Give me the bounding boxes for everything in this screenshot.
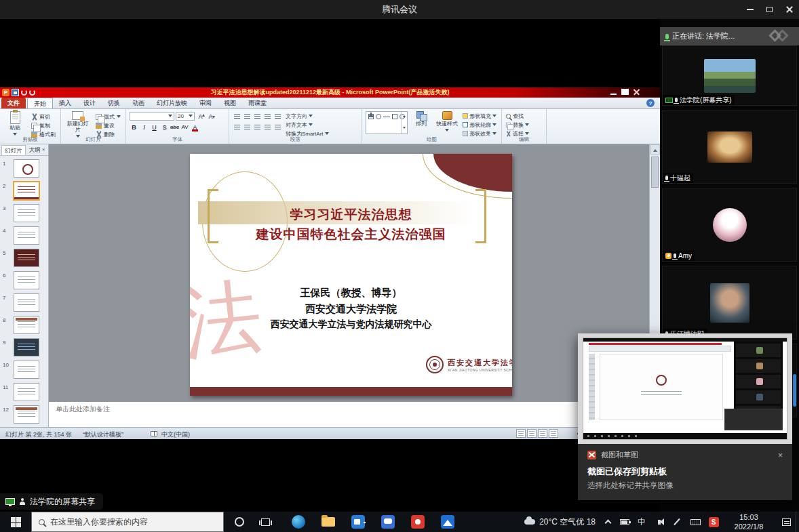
shapes-scroll-strip[interactable]	[401, 112, 407, 134]
sogou-input-button[interactable]: S	[707, 512, 720, 532]
ribbon-tab[interactable]: 设计	[77, 98, 102, 108]
slide-thumbnail[interactable]: 2	[0, 180, 48, 203]
show-desktop-button[interactable]	[796, 512, 799, 532]
ribbon-tab[interactable]: 审阅	[193, 98, 218, 108]
help-button[interactable]: ?	[646, 99, 655, 107]
columns-button[interactable]	[273, 123, 282, 131]
font-size-select[interactable]: 20	[176, 112, 195, 121]
slide-thumbnail[interactable]: 7	[0, 292, 48, 314]
cortana-button[interactable]	[228, 512, 251, 532]
taskbar-app-photos[interactable]	[433, 512, 463, 532]
reading-view-button[interactable]	[538, 429, 547, 438]
align-text-button[interactable]: 对齐文本	[286, 121, 329, 129]
clock[interactable]: 15:03 2022/1/8	[723, 512, 775, 532]
slide-thumbnail[interactable]: 10	[0, 359, 48, 382]
participant-tile-4[interactable]: 伍江博法81	[662, 266, 797, 340]
close-panel-button[interactable]: ×	[40, 146, 47, 153]
maximize-button[interactable]	[760, 0, 779, 19]
strikethrough-button[interactable]: abc	[170, 123, 179, 131]
taskbar-app-media[interactable]	[403, 512, 433, 532]
ribbon-tab[interactable]: 文件	[1, 98, 26, 108]
screenshot-preview[interactable]	[578, 333, 792, 444]
replace-button[interactable]: 替换	[505, 121, 529, 129]
close-button[interactable]	[779, 0, 799, 19]
grow-font-button[interactable]: A	[196, 112, 205, 121]
paste-button[interactable]: 粘贴	[3, 111, 26, 138]
ppt-minimize-button[interactable]	[610, 94, 617, 95]
design-template-label[interactable]: “默认设计模板”	[83, 430, 123, 439]
scroll-up-button[interactable]	[650, 144, 660, 155]
scrollbar-thumb[interactable]	[651, 157, 659, 188]
slide-canvas[interactable]: 法 学习习近平法治思想 建设中国特色社会主义法治强国 王保民（教授、博导） 西安…	[190, 154, 512, 396]
taskbar-app-chat[interactable]	[373, 512, 403, 532]
participants-scrollbar[interactable]	[793, 374, 796, 407]
underline-button[interactable]: U	[150, 123, 159, 131]
ppt-title-bar[interactable]: P 习近平法治思想解读updated20211212最新高级 - Microso…	[0, 87, 660, 98]
notification-close-button[interactable]: ×	[778, 451, 783, 459]
ime-indicator[interactable]: 中	[635, 512, 648, 532]
slideshow-button[interactable]	[549, 429, 558, 438]
weather-widget[interactable]: 20°C 空气优 18	[524, 512, 596, 532]
slide-thumbnail[interactable]: 11	[0, 382, 48, 404]
line-spacing-button[interactable]	[273, 112, 282, 121]
bold-button[interactable]: B	[130, 123, 138, 131]
ribbon-tab[interactable]: 切换	[102, 98, 126, 108]
screen-share-banner[interactable]: 法学院的屏幕共享	[0, 493, 103, 510]
quick-styles-button[interactable]: 快速样式	[435, 111, 459, 134]
font-color-button[interactable]: A	[191, 123, 199, 131]
notes-pane[interactable]: 单击此处添加备注	[49, 401, 660, 427]
slide-sorter-button[interactable]	[527, 429, 537, 438]
participant-tile-2[interactable]: 十韫起	[662, 110, 797, 184]
font-name-select[interactable]	[130, 112, 174, 121]
slides-tab[interactable]: 幻灯片	[1, 145, 26, 155]
find-button[interactable]: 查找	[505, 112, 529, 120]
shapes-gallery[interactable]	[366, 111, 408, 134]
bullets-button[interactable]	[233, 112, 241, 121]
slide-thumbnail[interactable]: 1	[0, 158, 48, 180]
taskbar-app-meeting[interactable]	[343, 512, 373, 532]
participant-tile-1[interactable]: 法学院(屏幕共享)	[662, 45, 797, 106]
shape-fill-button[interactable]: 形状填充	[463, 112, 496, 120]
participant-tile-3[interactable]: Amy	[662, 188, 797, 262]
slide-thumbnail[interactable]: 3	[0, 203, 48, 225]
numbering-button[interactable]	[243, 112, 252, 121]
hidden-icons-button[interactable]	[601, 512, 615, 532]
volume-button[interactable]	[652, 512, 666, 532]
copy-button[interactable]: 复制	[30, 121, 57, 129]
ppt-restore-button[interactable]	[621, 89, 629, 95]
align-center-button[interactable]	[243, 123, 252, 131]
increase-indent-button[interactable]	[263, 112, 272, 121]
slide-thumbnail[interactable]: 5	[0, 247, 48, 270]
cut-button[interactable]: 剪切	[30, 112, 57, 121]
text-shadow-button[interactable]: S	[160, 123, 169, 131]
notification-message[interactable]: 选择此处标记并共享图像	[587, 480, 783, 491]
ribbon-tab[interactable]: 雨课堂	[242, 98, 273, 108]
align-right-button[interactable]	[253, 123, 262, 131]
italic-button[interactable]: I	[140, 123, 149, 131]
meeting-title-bar[interactable]: 腾讯会议	[0, 0, 799, 19]
language-label[interactable]: 中文(中国)	[161, 430, 190, 439]
taskbar-app-edge[interactable]	[284, 512, 313, 532]
align-left-button[interactable]	[233, 123, 241, 131]
ribbon-tab[interactable]: 插入	[53, 98, 77, 108]
character-spacing-button[interactable]: AV	[180, 123, 189, 131]
task-view-button[interactable]	[254, 512, 277, 532]
ribbon-tab[interactable]: 幻灯片放映	[151, 98, 193, 108]
slide-thumbnail[interactable]: 8	[0, 314, 48, 337]
slide-thumbnail[interactable]: 4	[0, 225, 48, 247]
start-button[interactable]	[0, 512, 31, 532]
justify-button[interactable]	[263, 123, 272, 131]
ppt-close-button[interactable]	[634, 89, 640, 95]
battery-indicator[interactable]	[617, 512, 632, 532]
ribbon-tab[interactable]: 开始	[27, 98, 53, 108]
touch-keyboard-button[interactable]	[688, 512, 703, 532]
layout-button[interactable]: 版式	[94, 112, 122, 121]
slide-thumbnail[interactable]: 12	[0, 404, 48, 426]
shrink-font-button[interactable]: A	[206, 112, 215, 121]
ribbon-tab[interactable]: 动画	[126, 98, 151, 108]
slide-thumbnail[interactable]: 9	[0, 337, 48, 359]
pen-settings-button[interactable]	[670, 512, 684, 532]
text-direction-button[interactable]: 文字方向	[286, 112, 329, 120]
snip-notification[interactable]: 截图和草图 × 截图已保存到剪贴板 选择此处标记并共享图像	[578, 333, 792, 500]
ribbon-tab[interactable]: 视图	[218, 98, 242, 108]
